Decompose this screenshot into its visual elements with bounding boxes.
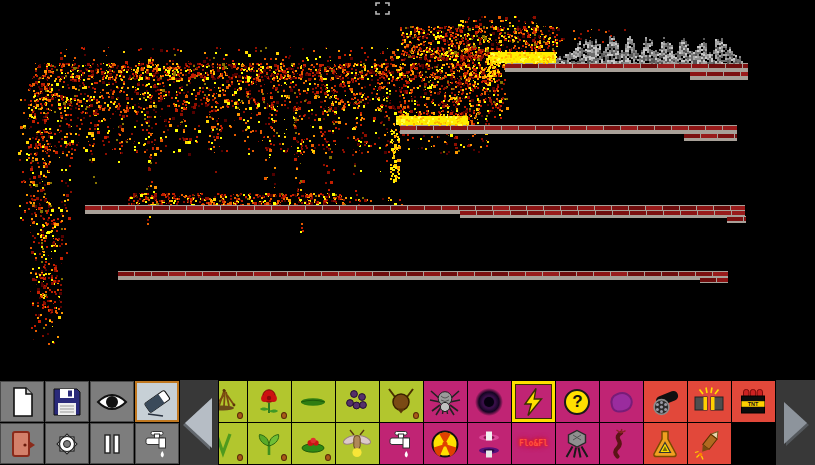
fullscreen-icon[interactable] <box>375 2 390 15</box>
alien-icon <box>561 428 593 460</box>
element-tile-spark-gap[interactable] <box>688 381 731 422</box>
element-columns: Flo&Fl?TNT <box>219 380 775 465</box>
tnt-icon: TNT <box>737 386 769 418</box>
pause-icon <box>96 428 128 460</box>
element-column: TNT <box>732 381 775 465</box>
chevron-left-icon <box>185 398 212 448</box>
element-tile-glow-text[interactable]: Flo&Fl <box>512 423 555 464</box>
firefly-icon <box>341 428 373 460</box>
element-column <box>644 381 687 465</box>
seed-dot <box>281 412 287 419</box>
berries-icon <box>341 386 373 418</box>
exit-door-button[interactable] <box>0 423 44 464</box>
element-tile-flask[interactable] <box>644 423 687 464</box>
element-tile-water-tap[interactable] <box>380 423 423 464</box>
water-tap-icon <box>141 428 173 460</box>
save-icon <box>51 386 83 418</box>
flask-icon <box>649 428 681 460</box>
element-column <box>336 381 379 465</box>
seed-dot <box>281 454 287 461</box>
water-tap-button[interactable] <box>135 423 179 464</box>
scroll-left-button[interactable] <box>180 380 218 465</box>
eraser-button[interactable] <box>135 381 179 422</box>
toolbar: Flo&Fl?TNT <box>0 380 815 465</box>
element-tile-spider[interactable] <box>424 381 467 422</box>
new-file-button[interactable] <box>0 381 44 422</box>
element-column <box>219 381 247 465</box>
scroll-right-button[interactable] <box>776 380 815 465</box>
worm-icon <box>605 428 637 460</box>
element-column: Flo&Fl <box>512 381 555 465</box>
seed-dot <box>237 454 243 461</box>
seed-dot <box>237 412 243 419</box>
settings-button[interactable] <box>45 423 89 464</box>
element-tile-gel[interactable] <box>600 381 643 422</box>
element-tile-firefly[interactable] <box>336 423 379 464</box>
element-column <box>424 381 467 465</box>
element-tile-teleport[interactable] <box>468 423 511 464</box>
new-file-icon <box>6 386 38 418</box>
element-tile-flower[interactable] <box>248 381 291 422</box>
save-button[interactable] <box>45 381 89 422</box>
element-tile-lightning[interactable] <box>512 381 555 422</box>
exit-door-icon <box>6 428 38 460</box>
radiation-icon <box>429 428 461 460</box>
glow-text-icon: Flo&Fl <box>519 439 548 448</box>
element-tile-rocket[interactable] <box>688 423 731 464</box>
element-column <box>292 381 335 465</box>
simulation-canvas[interactable] <box>0 0 815 380</box>
settings-icon <box>51 428 83 460</box>
seed-dot <box>413 412 419 419</box>
element-tile-leaf[interactable] <box>292 381 335 422</box>
utility-buttons <box>0 380 179 465</box>
element-column: ? <box>556 381 599 465</box>
cannon-icon <box>649 386 681 418</box>
element-column <box>600 381 643 465</box>
eye-icon <box>96 386 128 418</box>
spark-gap-icon <box>693 386 725 418</box>
element-tile-empty <box>732 423 775 464</box>
pause-button[interactable] <box>90 423 134 464</box>
app-root: { "window": {"width": 815, "height": 465… <box>0 0 815 465</box>
lightning-icon <box>517 386 549 418</box>
element-tile-tnt[interactable]: TNT <box>732 381 775 422</box>
spider-icon <box>429 386 461 418</box>
water-tap-icon <box>385 428 417 460</box>
black-hole-icon <box>473 386 505 418</box>
teleport-icon <box>473 428 505 460</box>
element-tile-radiation[interactable] <box>424 423 467 464</box>
rocket-icon <box>693 428 725 460</box>
question-icon: ? <box>564 389 590 415</box>
element-tile-cannon[interactable] <box>644 381 687 422</box>
element-column <box>248 381 291 465</box>
leaf-icon <box>297 386 329 418</box>
element-tile-worm[interactable] <box>600 423 643 464</box>
seed-dot <box>325 454 331 461</box>
svg-text:TNT: TNT <box>748 400 759 406</box>
element-tile-black-hole[interactable] <box>468 381 511 422</box>
element-column <box>688 381 731 465</box>
element-tile-berries[interactable] <box>336 381 379 422</box>
eye-button[interactable] <box>90 381 134 422</box>
element-tile-dead-grass[interactable] <box>219 381 247 422</box>
gel-icon <box>605 386 637 418</box>
element-tile-bug[interactable] <box>380 381 423 422</box>
element-tile-question[interactable]: ? <box>556 381 599 422</box>
element-column <box>380 381 423 465</box>
element-tile-lilypad[interactable] <box>292 423 335 464</box>
element-column <box>468 381 511 465</box>
element-tile-alien[interactable] <box>556 423 599 464</box>
eraser-icon <box>141 386 173 418</box>
element-tile-sprout[interactable] <box>248 423 291 464</box>
fullscreen-corners <box>375 2 390 15</box>
element-tile-vine[interactable] <box>219 423 247 464</box>
chevron-right-icon <box>784 402 807 444</box>
